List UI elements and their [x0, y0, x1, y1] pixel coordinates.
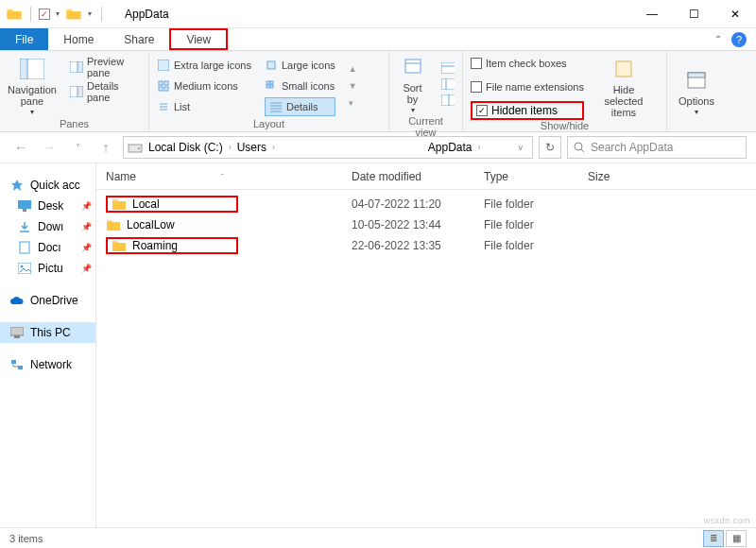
close-button[interactable]: ✕ — [714, 0, 756, 28]
svg-rect-17 — [266, 85, 269, 88]
search-icon — [574, 142, 585, 153]
table-row[interactable]: Roaming22-06-2022 13:35File folder — [96, 235, 756, 256]
maximize-button[interactable]: ☐ — [673, 0, 714, 28]
preview-pane-button[interactable]: Preview pane — [70, 58, 141, 77]
large-icons-toggle[interactable]: ▦ — [726, 530, 747, 547]
medium-icons-button[interactable]: Medium icons — [157, 77, 251, 95]
tab-share[interactable]: Share — [109, 28, 169, 50]
pc-icon — [9, 325, 25, 340]
column-name[interactable]: Nameˆ — [96, 170, 342, 183]
list-button[interactable]: List — [157, 97, 251, 116]
options-button[interactable]: Options ▾ — [675, 54, 718, 129]
panes-group-label: Panes — [8, 118, 141, 131]
item-check-boxes-toggle[interactable]: Item check boxes — [471, 54, 584, 73]
navigation-pane-button[interactable]: Navigation pane ▾ — [8, 54, 57, 118]
hidden-items-toggle[interactable]: Hidden items — [471, 101, 584, 120]
pictures-icon — [17, 261, 32, 276]
address-dropdown-icon[interactable]: v — [513, 143, 529, 152]
details-view-button[interactable]: Details — [265, 97, 335, 116]
chevron-right-icon[interactable]: › — [229, 143, 232, 152]
breadcrumb-1[interactable]: Users — [233, 141, 270, 154]
hide-items-icon — [610, 56, 637, 82]
navigation-sidebar: Quick acc Desk📌 Dowı📌 Docı📌 Pictu📌 OneDr… — [0, 163, 96, 527]
hide-selected-items-button[interactable]: Hide selected items — [597, 54, 650, 120]
search-box[interactable]: Search AppData — [567, 136, 747, 159]
svg-rect-42 — [20, 242, 29, 253]
svg-rect-9 — [159, 87, 163, 91]
network-icon — [9, 357, 25, 372]
breadcrumb-0[interactable]: Local Disk (C:) — [145, 141, 227, 154]
scroll-down-icon[interactable]: ▼ — [349, 81, 357, 91]
add-columns-icon[interactable] — [441, 77, 455, 91]
svg-rect-27 — [441, 78, 455, 90]
details-view-toggle[interactable]: ≣ — [703, 530, 724, 547]
downloads-icon — [17, 219, 32, 234]
svg-rect-39 — [18, 200, 31, 209]
collapse-ribbon-icon[interactable]: ⌃ — [714, 34, 722, 44]
chevron-right-icon[interactable]: › — [478, 143, 481, 152]
column-size[interactable]: Size — [578, 170, 654, 183]
qat-dropdown-icon[interactable]: ▾ — [54, 8, 61, 20]
svg-rect-40 — [23, 209, 26, 212]
folder-icon — [112, 239, 127, 252]
sidebar-item-documents[interactable]: Docı📌 — [0, 237, 95, 258]
minimize-button[interactable]: — — [631, 0, 673, 28]
breadcrumb-2[interactable]: AppData — [424, 141, 476, 154]
checkbox-icon — [471, 81, 482, 93]
lg-icons-icon — [265, 59, 278, 72]
navigation-pane-label: Navigation pane — [8, 84, 57, 107]
svg-point-36 — [575, 143, 582, 150]
more-layouts-icon[interactable]: ▾ — [349, 98, 357, 108]
column-type[interactable]: Type — [474, 170, 578, 183]
list-icon — [157, 100, 170, 113]
scroll-up-icon[interactable]: ▲ — [349, 64, 357, 74]
sidebar-item-pictures[interactable]: Pictu📌 — [0, 258, 95, 279]
sort-by-icon — [400, 54, 426, 80]
tab-view[interactable]: View — [169, 28, 228, 50]
size-columns-icon[interactable] — [441, 94, 455, 107]
chevron-right-icon[interactable]: › — [272, 143, 275, 152]
svg-rect-16 — [270, 81, 273, 84]
sidebar-item-desktop[interactable]: Desk📌 — [0, 196, 95, 216]
address-bar-row: ← → ˅ ↑ Local Disk (C:) › Users › AppDat… — [0, 132, 756, 163]
table-row[interactable]: Local04-07-2022 11:20File folder — [96, 194, 756, 214]
title-bar: ✓ ▾ ▾ AppData — ☐ ✕ — [0, 0, 756, 28]
xl-icons-icon — [157, 59, 170, 72]
sidebar-this-pc[interactable]: This PC — [0, 322, 95, 343]
chevron-down-icon: ▾ — [695, 109, 698, 117]
show-hide-group-label: Show/hide — [471, 120, 659, 133]
tab-file[interactable]: File — [0, 28, 48, 50]
svg-rect-25 — [441, 62, 455, 74]
sidebar-onedrive[interactable]: OneDrive — [0, 290, 95, 311]
forward-button[interactable]: → — [38, 136, 60, 159]
qat-dropdown2-icon[interactable]: ▾ — [86, 8, 94, 20]
svg-point-35 — [138, 147, 140, 149]
svg-rect-18 — [270, 85, 273, 88]
help-icon[interactable]: ? — [731, 32, 747, 47]
table-row[interactable]: LocalLow10-05-2022 13:44File folder — [96, 214, 756, 235]
small-icons-button[interactable]: Small icons — [265, 77, 335, 95]
address-bar[interactable]: Local Disk (C:) › Users › AppData › v — [123, 136, 533, 159]
details-pane-button[interactable]: Details pane — [70, 82, 141, 101]
sidebar-item-downloads[interactable]: Dowı📌 — [0, 216, 95, 237]
svg-rect-3 — [77, 61, 83, 73]
file-name-extensions-toggle[interactable]: File name extensions — [471, 77, 584, 96]
md-icons-icon — [157, 79, 170, 93]
qat-checkbox[interactable]: ✓ — [39, 9, 50, 20]
svg-rect-14 — [267, 61, 275, 69]
extra-large-icons-button[interactable]: Extra large icons — [157, 56, 251, 75]
column-date[interactable]: Date modified — [342, 170, 474, 183]
up-button[interactable]: ↑ — [94, 136, 117, 159]
group-by-icon[interactable] — [441, 61, 455, 75]
tab-home[interactable]: Home — [48, 28, 109, 50]
recent-locations-icon[interactable]: ˅ — [66, 136, 89, 159]
qat-folder-icon — [65, 6, 82, 23]
sidebar-quick-access[interactable]: Quick acc — [0, 175, 95, 196]
svg-rect-23 — [405, 60, 421, 73]
large-icons-button[interactable]: Large icons — [265, 56, 335, 75]
svg-rect-5 — [77, 86, 83, 97]
refresh-button[interactable]: ↻ — [539, 136, 561, 159]
sort-by-button[interactable]: Sort by ▾ — [397, 54, 428, 115]
back-button[interactable]: ← — [9, 136, 32, 159]
sidebar-network[interactable]: Network — [0, 354, 95, 375]
